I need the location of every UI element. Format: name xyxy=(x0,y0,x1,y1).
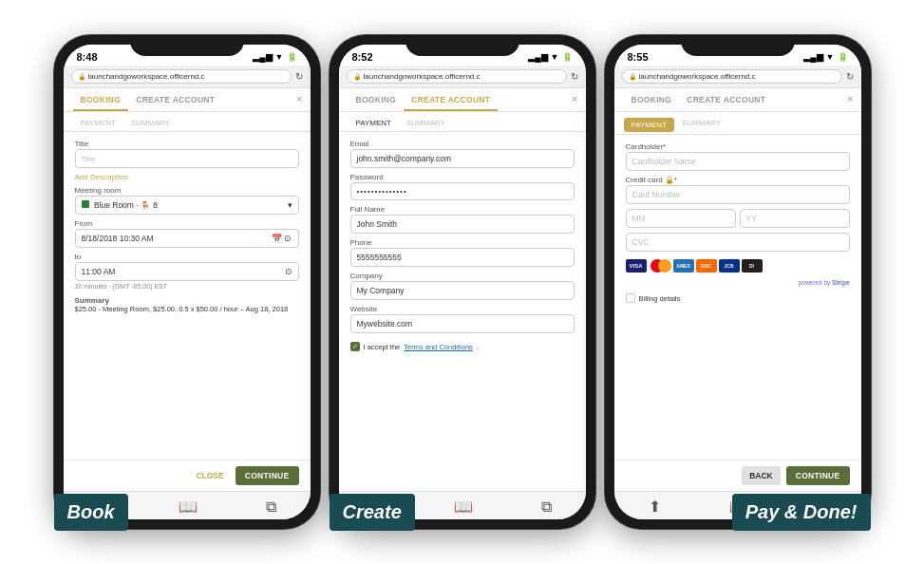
battery-icon-3: 🔋 xyxy=(838,52,848,62)
cardholder-label: Cardholder* xyxy=(626,142,850,151)
cardholder-input[interactable]: Cardholder Name xyxy=(626,152,850,171)
phone-1-label: Book xyxy=(54,494,128,531)
close-x-1[interactable]: × xyxy=(296,93,302,104)
terms-link[interactable]: Terms and Conditions xyxy=(404,343,473,351)
close-button-1[interactable]: CLOSE xyxy=(190,466,229,485)
tab-create-2[interactable]: CREATE ACCOUNT xyxy=(404,88,498,111)
share-icon-3[interactable]: ⬆ xyxy=(649,498,661,516)
status-bar-3: 8:55 ▂▄▆ ▼ 🔋 xyxy=(614,45,861,66)
wifi-icon: ▼ xyxy=(275,52,284,62)
fullname-field-group: Full Name John Smith xyxy=(350,205,575,234)
to-label: to xyxy=(75,253,299,261)
refresh-icon-1[interactable]: ↻ xyxy=(295,71,303,82)
credit-card-label: Credit card 🔒* xyxy=(626,176,850,184)
di-icon: DI xyxy=(742,259,763,273)
to-input[interactable]: 11:00 AM ⊙ xyxy=(75,262,299,281)
phone-3-label: Pay & Done! xyxy=(732,494,871,531)
mm-input[interactable]: MM xyxy=(626,209,736,228)
tab-create-3[interactable]: CREATE ACCOUNT xyxy=(679,88,773,111)
signal-icon: ▂▄▆ xyxy=(253,52,272,62)
to-field-group: to 11:00 AM ⊙ 30 minutes · (GMT -05:00) … xyxy=(75,253,299,290)
tab-booking-1[interactable]: BOOKING xyxy=(73,88,129,111)
password-input[interactable]: •••••••••••••• xyxy=(350,182,575,200)
lock-icon-2: 🔒 xyxy=(353,73,362,81)
dropdown-arrow: ▾ xyxy=(288,200,292,210)
billing-label: Billing details xyxy=(639,294,681,303)
from-value: 8/18/2018 10:30 AM xyxy=(82,234,154,243)
add-description-link[interactable]: Add Description xyxy=(75,173,299,181)
phone-label: Phone xyxy=(350,238,575,247)
card-placeholder: Card Number xyxy=(632,190,681,199)
battery-icon-2: 🔋 xyxy=(562,52,573,62)
cardholder-field-group: Cardholder* Cardholder Name xyxy=(626,142,850,171)
lock-icon-3: 🔒 xyxy=(629,73,637,81)
card-input[interactable]: Card Number xyxy=(626,185,850,204)
close-x-3[interactable]: × xyxy=(847,93,853,104)
subtab-payment-2[interactable]: PAYMENT xyxy=(349,116,399,131)
amex-icon: AMEX xyxy=(673,259,694,273)
status-icons-2: ▂▄▆ ▼ 🔋 xyxy=(528,52,572,62)
credit-card-field-group: Credit card 🔒* Card Number xyxy=(626,176,850,204)
from-input[interactable]: 8/18/2018 10:30 AM 📅 ⊙ xyxy=(75,229,299,248)
back-button-3[interactable]: BACK xyxy=(742,466,781,485)
phone-input[interactable]: 5555555555 xyxy=(350,248,575,267)
wifi-icon-3: ▼ xyxy=(826,52,835,62)
from-field-group: From 8/18/2018 10:30 AM 📅 ⊙ xyxy=(75,219,299,248)
summary-label: Summary xyxy=(75,296,299,305)
url-bar-2[interactable]: 🔒 launchandgoworkspace.officernd.c xyxy=(347,69,567,84)
meeting-room-select[interactable]: Blue Room · 🪑 8 ▾ xyxy=(75,196,299,215)
terms-checkbox[interactable]: ✓ xyxy=(350,342,360,351)
from-label: From xyxy=(75,219,299,228)
book-icon-1[interactable]: 📖 xyxy=(179,498,198,516)
form-area-1: Title Title Add Description Meeting room… xyxy=(64,132,311,460)
billing-row: Billing details xyxy=(626,293,850,303)
title-input[interactable]: Title xyxy=(75,149,299,168)
refresh-icon-2[interactable]: ↻ xyxy=(571,71,578,82)
yy-input[interactable]: YY xyxy=(740,209,850,228)
continue-button-3[interactable]: CONTINUE xyxy=(786,466,850,485)
discover-icon: DISC xyxy=(696,259,717,273)
wifi-icon-2: ▼ xyxy=(551,52,559,62)
phone-1-screen: 8:48 ▂▄▆ ▼ 🔋 🔒 launchandgoworkspace.offi… xyxy=(64,45,311,519)
url-bar-1[interactable]: 🔒 launchandgoworkspace.officernd.c xyxy=(71,69,292,84)
browser-bar-3: 🔒 launchandgoworkspace.officernd.c ↻ xyxy=(614,66,861,88)
fullname-label: Full Name xyxy=(350,205,575,214)
mm-placeholder: MM xyxy=(632,214,646,223)
fullname-input[interactable]: John Smith xyxy=(350,215,575,234)
tab-booking-3[interactable]: BOOKING xyxy=(624,88,680,111)
copy-icon-2[interactable]: ⧉ xyxy=(541,498,552,516)
payment-cards-row: VISA AMEX DISC JCB DI xyxy=(626,259,850,273)
continue-button-1[interactable]: CONTINUE xyxy=(236,466,299,485)
copy-icon-1[interactable]: ⧉ xyxy=(266,498,276,516)
btn-row-1: CLOSE CONTINUE xyxy=(64,460,311,491)
status-icons-3: ▂▄▆ ▼ 🔋 xyxy=(803,52,847,62)
subtab-payment-1[interactable]: PAYMENT xyxy=(73,116,123,131)
calendar-icon: 📅 ⊙ xyxy=(272,234,292,243)
book-icon-2[interactable]: 📖 xyxy=(454,498,473,516)
btn-row-3: BACK CONTINUE xyxy=(614,460,861,491)
duration-text: 30 minutes · (GMT -05:00) EST xyxy=(75,283,299,290)
subtab-summary-3[interactable]: SUMMARY xyxy=(674,116,728,134)
title-field-group: Title Title xyxy=(75,140,299,168)
email-input[interactable]: john.smith@company.com xyxy=(350,149,575,168)
website-input[interactable]: Mywebsite.com xyxy=(350,314,575,333)
subtabs-row-1: PAYMENT SUMMARY xyxy=(64,112,311,132)
subtab-summary-1[interactable]: SUMMARY xyxy=(123,116,178,131)
tab-create-1[interactable]: CREATE ACCOUNT xyxy=(128,88,222,111)
mc-orange xyxy=(658,259,671,273)
yy-placeholder: YY xyxy=(746,214,757,223)
url-bar-3[interactable]: 🔒 launchandgoworkspace.officernd.c xyxy=(622,69,842,84)
phone-2-wrapper: 8:52 ▂▄▆ ▼ 🔋 🔒 launchandgoworkspace.offi… xyxy=(330,35,595,529)
close-x-2[interactable]: × xyxy=(572,93,577,104)
billing-checkbox[interactable] xyxy=(626,293,635,303)
status-bar-1: 8:48 ▂▄▆ ▼ 🔋 xyxy=(64,45,311,66)
tab-booking-2[interactable]: BOOKING xyxy=(349,88,405,111)
subtab-summary-2[interactable]: SUMMARY xyxy=(399,116,453,131)
subtab-payment-3[interactable]: PAYMENT xyxy=(624,118,674,132)
app-content-3: BOOKING CREATE ACCOUNT × PAYMENT SUMMARY… xyxy=(614,88,861,519)
cvc-input[interactable]: CVC xyxy=(626,233,850,252)
company-input[interactable]: My Company xyxy=(350,281,575,300)
refresh-icon-3[interactable]: ↻ xyxy=(846,71,854,82)
cvc-placeholder: CVC xyxy=(632,237,650,247)
status-bar-2: 8:52 ▂▄▆ ▼ 🔋 xyxy=(339,45,586,66)
